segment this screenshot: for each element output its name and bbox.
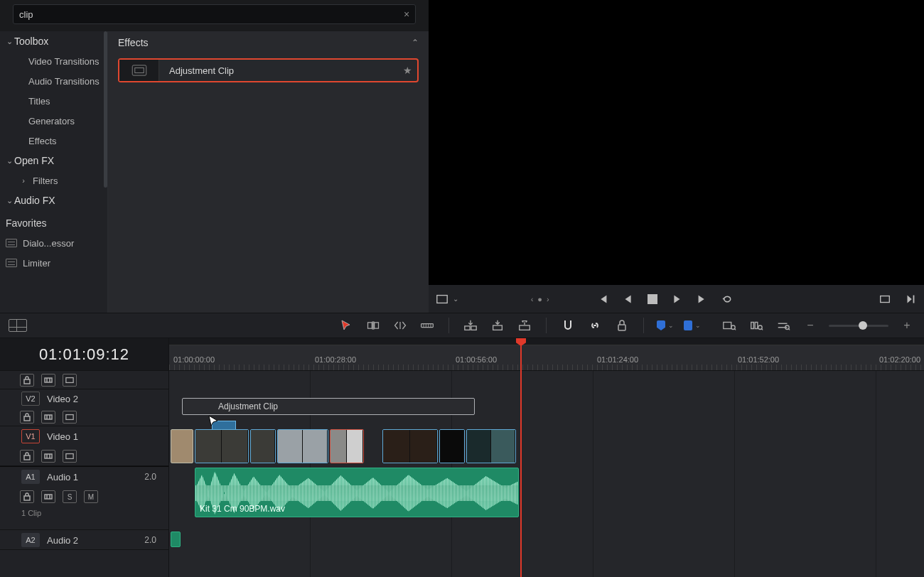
lock-track-icon[interactable]	[20, 411, 34, 424]
marker-blue[interactable]: ⌄	[684, 320, 701, 330]
search-input[interactable]	[14, 9, 398, 20]
mute-button[interactable]: M	[84, 490, 98, 503]
viewer-mode-icon[interactable]	[436, 293, 448, 306]
zoom-full-icon[interactable]	[721, 317, 738, 334]
sidebar-section-toolbox[interactable]: ⌄ Toolbox	[0, 31, 107, 51]
sidebar-item-audio-transitions[interactable]: Audio Transitions	[0, 71, 107, 91]
loop-icon[interactable]	[721, 293, 734, 306]
lock-track-icon[interactable]	[20, 450, 34, 463]
chevron-down-icon: ⌄	[4, 156, 14, 166]
timeline-tracks-area[interactable]: 01:00:00:00 01:00:28:00 01:00:56:00 01:0…	[169, 338, 924, 577]
clip-adjustment[interactable]: Adjustment Clip	[182, 398, 475, 415]
solo-button[interactable]: S	[63, 490, 77, 503]
trim-tool-icon[interactable]	[365, 317, 382, 334]
stop-icon[interactable]	[648, 294, 657, 304]
sidebar-section-audiofx[interactable]: ⌄ Audio FX	[0, 190, 107, 210]
link-icon[interactable]	[586, 317, 603, 334]
ruler-mark: 01:00:28:00	[315, 355, 356, 364]
svg-rect-22	[24, 455, 30, 460]
zoom-detail-icon[interactable]	[748, 317, 765, 334]
video-clip[interactable]	[330, 429, 364, 463]
blade-tool-icon[interactable]	[419, 317, 436, 334]
effects-library-sidebar: ⌄ Toolbox Video Transitions Audio Transi…	[0, 31, 108, 313]
next-edit-icon[interactable]	[904, 293, 917, 306]
track-lane-v1[interactable]	[169, 426, 924, 466]
video-viewer[interactable]	[429, 0, 924, 284]
svg-rect-16	[24, 379, 30, 384]
video-clip[interactable]	[382, 429, 438, 463]
sidebar-item-video-transitions[interactable]: Video Transitions	[0, 51, 107, 71]
video-clip[interactable]	[195, 429, 249, 463]
lock-track-icon[interactable]	[20, 490, 34, 503]
sidebar-scrollbar[interactable]	[104, 31, 107, 188]
track-badge-a2[interactable]: A2	[21, 533, 40, 547]
track-lane-a1[interactable]: Kit 31 Cm 90BPM.wav	[169, 466, 924, 530]
sidebar-item-effects[interactable]: Effects	[0, 131, 107, 151]
dynamic-trim-icon[interactable]	[392, 317, 409, 334]
jump-first-icon[interactable]	[596, 293, 609, 306]
video-clip[interactable]	[466, 429, 516, 463]
video-clip[interactable]	[277, 429, 328, 463]
selection-tool-icon[interactable]	[338, 317, 355, 334]
timeline-ruler[interactable]: 01:00:00:00 01:00:28:00 01:00:56:00 01:0…	[169, 338, 924, 371]
timeline-view-options-icon[interactable]	[9, 319, 27, 332]
play-icon[interactable]	[670, 293, 683, 306]
insert-clip-icon[interactable]	[462, 317, 479, 334]
svg-rect-17	[45, 378, 52, 382]
viewer-mode-dropdown-icon[interactable]: ⌄	[453, 295, 458, 303]
jump-last-icon[interactable]	[696, 293, 709, 306]
favorite-item[interactable]: Dialo...essor	[0, 233, 107, 253]
overwrite-clip-icon[interactable]	[489, 317, 506, 334]
match-frame-controls[interactable]: ‹●›	[531, 295, 549, 303]
sidebar-item-filters[interactable]: › Filters	[0, 171, 107, 190]
effect-item-adjustment-clip[interactable]: Adjustment Clip ★	[118, 58, 419, 82]
chevron-down-icon[interactable]: ⌄	[668, 322, 674, 329]
video-clip[interactable]	[171, 429, 193, 463]
zoom-out-icon[interactable]: −	[802, 317, 819, 334]
audio-level: 2.0	[144, 472, 156, 482]
auto-select-icon[interactable]	[41, 490, 55, 503]
track-lane-a2[interactable]	[169, 530, 924, 550]
sidebar-item-titles[interactable]: Titles	[0, 91, 107, 111]
replace-clip-icon[interactable]	[516, 317, 533, 334]
track-badge-v2[interactable]: V2	[21, 392, 40, 406]
step-back-icon[interactable]	[622, 293, 635, 306]
svg-rect-6	[421, 324, 434, 328]
timecode-display[interactable]: 01:01:09:12	[0, 338, 168, 371]
zoom-slider[interactable]	[829, 325, 888, 327]
audio-clip[interactable]	[171, 532, 181, 547]
ruler-scrub-bar[interactable]	[169, 338, 924, 345]
track-badge-v1[interactable]: V1	[21, 429, 40, 443]
zoom-slider-knob[interactable]	[859, 321, 867, 330]
collapse-icon[interactable]: ⌃	[412, 38, 419, 48]
auto-select-icon[interactable]	[41, 450, 55, 463]
video-clip[interactable]	[439, 429, 465, 463]
flag-marker-blue[interactable]: ⌄	[657, 320, 674, 330]
toggle-track-icon[interactable]	[63, 411, 77, 424]
expand-viewer-icon[interactable]	[879, 293, 891, 306]
snapping-icon[interactable]	[559, 317, 576, 334]
sidebar-section-openfx[interactable]: ⌄ Open FX	[0, 151, 107, 171]
track-badge-a1[interactable]: A1	[21, 470, 40, 484]
section-label: Audio FX	[14, 195, 55, 206]
sidebar-item-generators[interactable]: Generators	[0, 111, 107, 131]
favorite-star-icon[interactable]: ★	[397, 65, 417, 76]
audio-clip-label: Kit 31 Cm 90BPM.wav	[200, 504, 285, 514]
toggle-track-icon[interactable]	[63, 374, 77, 387]
favorite-item[interactable]: Limiter	[0, 253, 107, 273]
zoom-in-icon[interactable]: +	[898, 317, 915, 334]
search-field[interactable]: ×	[13, 4, 416, 24]
lock-track-icon[interactable]	[20, 374, 34, 387]
auto-select-icon[interactable]	[41, 411, 55, 424]
zoom-custom-icon[interactable]	[775, 317, 792, 334]
cursor-icon	[208, 415, 219, 431]
audio-clip[interactable]: Kit 31 Cm 90BPM.wav	[195, 468, 519, 517]
video-clip[interactable]	[250, 429, 276, 463]
toggle-track-icon[interactable]	[63, 450, 77, 463]
chevron-down-icon[interactable]: ⌄	[695, 322, 701, 329]
track-lane-v2[interactable]: Adjustment Clip Adj...	[169, 389, 924, 426]
auto-select-icon[interactable]	[41, 374, 55, 387]
lock-icon[interactable]	[613, 317, 630, 334]
effect-thumbnail-icon	[119, 60, 159, 81]
clear-search-icon[interactable]: ×	[398, 9, 415, 20]
